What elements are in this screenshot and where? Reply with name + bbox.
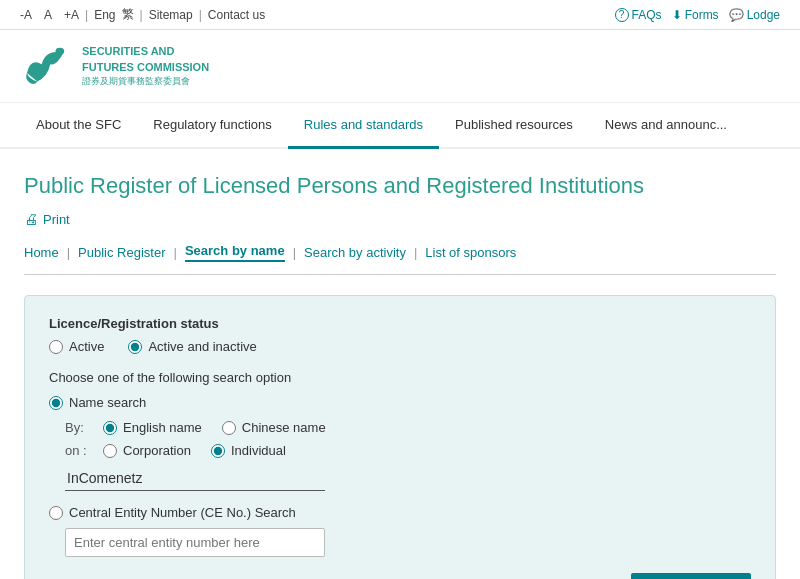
search-option-label: Choose one of the following search optio… — [49, 370, 751, 385]
download-icon: ⬇ — [672, 8, 682, 22]
lodge-link[interactable]: 💬 Lodge — [729, 8, 780, 22]
corporation-label: Corporation — [123, 443, 191, 458]
english-name-label: English name — [123, 420, 202, 435]
name-search-label: Name search — [69, 395, 146, 410]
individual-radio[interactable] — [211, 444, 225, 458]
by-row: By: English name Chinese name — [65, 420, 751, 435]
breadcrumb-home[interactable]: Home — [24, 245, 59, 260]
by-label: By: — [65, 420, 95, 435]
logo-line2: FUTURES COMMISSION — [82, 60, 209, 75]
on-label: on : — [65, 443, 95, 458]
name-search-radio[interactable] — [49, 396, 63, 410]
licence-status-label: Licence/Registration status — [49, 316, 751, 331]
search-panel: Licence/Registration status Active Activ… — [24, 295, 776, 579]
lang-eng[interactable]: Eng — [94, 8, 115, 22]
nav-news[interactable]: News and announc... — [589, 103, 743, 149]
ce-number-label: Central Entity Number (CE No.) Search — [69, 505, 296, 520]
chat-icon: 💬 — [729, 8, 744, 22]
on-row: on : Corporation Individual — [65, 443, 751, 458]
question-icon: ? — [615, 8, 629, 22]
print-link[interactable]: 🖨 Print — [24, 211, 776, 227]
status-radio-row: Active Active and inactive — [49, 339, 751, 354]
name-search-input[interactable] — [65, 466, 325, 491]
logo-line1: SECURITIES AND — [82, 44, 209, 59]
chinese-name-option[interactable]: Chinese name — [222, 420, 326, 435]
ce-number-option[interactable]: Central Entity Number (CE No.) Search — [49, 505, 751, 520]
lang-cn[interactable]: 繁 — [122, 6, 134, 23]
licence-status-group: Licence/Registration status Active Activ… — [49, 316, 751, 354]
breadcrumb-public-register[interactable]: Public Register — [78, 245, 165, 260]
font-normal-btn[interactable]: A — [44, 8, 52, 22]
forms-link[interactable]: ⬇ Forms — [672, 8, 719, 22]
individual-option[interactable]: Individual — [211, 443, 286, 458]
name-search-option[interactable]: Name search — [49, 395, 751, 410]
breadcrumb-current: Search by name — [185, 243, 285, 262]
ce-number-radio[interactable] — [49, 506, 63, 520]
name-type-group: English name Chinese name — [103, 420, 326, 435]
page-title: Public Register of Licensed Persons and … — [24, 173, 776, 199]
search-btn-row: Search — [49, 573, 751, 579]
faqs-link[interactable]: ? FAQs — [615, 8, 662, 22]
entity-type-group: Corporation Individual — [103, 443, 286, 458]
corporation-radio[interactable] — [103, 444, 117, 458]
font-increase-btn[interactable]: +A — [64, 8, 79, 22]
page-content: Public Register of Licensed Persons and … — [0, 149, 800, 579]
header: SECURITIES AND FUTURES COMMISSION 證券及期貨事… — [0, 30, 800, 103]
status-active-inactive-option[interactable]: Active and inactive — [128, 339, 256, 354]
logo-text-area: SECURITIES AND FUTURES COMMISSION 證券及期貨事… — [82, 44, 209, 88]
nav-rules[interactable]: Rules and standards — [288, 103, 439, 149]
sfc-logo-icon — [20, 40, 72, 92]
english-name-radio[interactable] — [103, 421, 117, 435]
font-decrease-btn[interactable]: -A — [20, 8, 32, 22]
ce-number-input[interactable] — [65, 528, 325, 557]
logo-area: SECURITIES AND FUTURES COMMISSION 證券及期貨事… — [20, 40, 209, 92]
print-icon: 🖨 — [24, 211, 38, 227]
corporation-option[interactable]: Corporation — [103, 443, 191, 458]
print-label: Print — [43, 212, 70, 227]
logo-line3: 證券及期貨事務監察委員會 — [82, 75, 209, 88]
search-option-group: Choose one of the following search optio… — [49, 370, 751, 557]
chinese-name-label: Chinese name — [242, 420, 326, 435]
nav-bar: About the SFC Regulatory functions Rules… — [0, 103, 800, 149]
individual-label: Individual — [231, 443, 286, 458]
breadcrumb: Home | Public Register | Search by name … — [24, 243, 776, 275]
search-button[interactable]: Search — [631, 573, 751, 579]
top-bar: -A A +A | Eng 繁 | Sitemap | Contact us ?… — [0, 0, 800, 30]
breadcrumb-search-activity[interactable]: Search by activity — [304, 245, 406, 260]
breadcrumb-list-sponsors[interactable]: List of sponsors — [425, 245, 516, 260]
nav-about[interactable]: About the SFC — [20, 103, 137, 149]
status-active-option[interactable]: Active — [49, 339, 104, 354]
status-active-inactive-radio[interactable] — [128, 340, 142, 354]
status-active-inactive-label: Active and inactive — [148, 339, 256, 354]
svg-point-0 — [56, 48, 65, 55]
status-active-radio[interactable] — [49, 340, 63, 354]
chinese-name-radio[interactable] — [222, 421, 236, 435]
contact-link[interactable]: Contact us — [208, 8, 265, 22]
status-active-label: Active — [69, 339, 104, 354]
nav-regulatory[interactable]: Regulatory functions — [137, 103, 288, 149]
sitemap-link[interactable]: Sitemap — [149, 8, 193, 22]
english-name-option[interactable]: English name — [103, 420, 202, 435]
nav-published[interactable]: Published resources — [439, 103, 589, 149]
